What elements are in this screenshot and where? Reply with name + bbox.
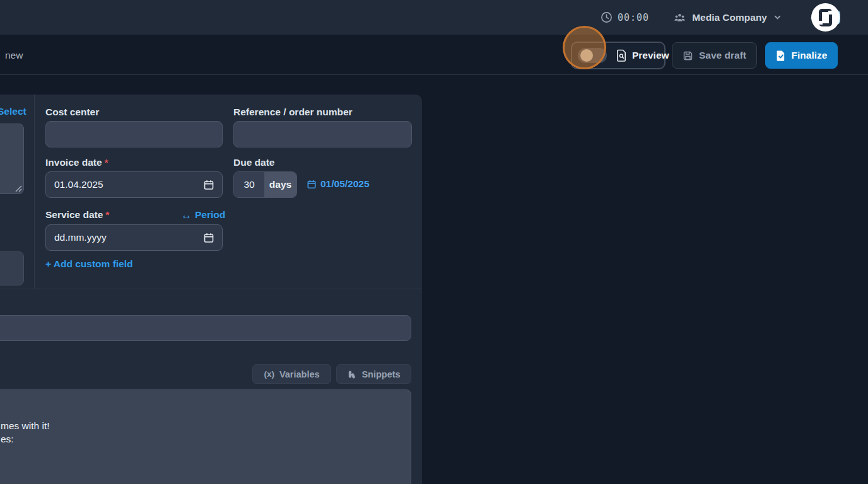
save-draft-button[interactable]: Save draft: [672, 42, 757, 69]
preview-toggle[interactable]: [578, 48, 607, 63]
horizontal-divider: [0, 289, 422, 289]
add-custom-field-link[interactable]: + Add custom field: [45, 258, 133, 270]
snippets-label: Snippets: [361, 369, 400, 379]
period-label: Period: [195, 209, 225, 221]
due-date-label: Due date: [233, 157, 274, 168]
session-timer: 00:00: [601, 11, 649, 23]
preview-label: Preview: [632, 50, 669, 61]
period-link[interactable]: ↔ Period: [181, 209, 225, 221]
vertical-divider: [34, 95, 35, 289]
finalize-document-check-icon: [776, 50, 786, 62]
due-days-unit: days: [264, 172, 296, 197]
calendar-icon[interactable]: [204, 180, 214, 190]
company-logo-icon: [819, 9, 832, 26]
service-date-placeholder: dd.mm.yyyy: [54, 232, 107, 243]
finalize-label: Finalize: [792, 50, 828, 61]
finalize-button[interactable]: Finalize: [765, 42, 838, 69]
clock-icon: [601, 11, 613, 23]
required-marker: *: [105, 157, 108, 168]
variables-label: Variables: [279, 369, 320, 379]
company-name: Media Company: [692, 12, 767, 23]
select-link[interactable]: Select: [0, 106, 26, 117]
chevron-down-icon: [773, 13, 782, 22]
invoice-date-value: 01.04.2025: [54, 179, 103, 190]
reference-input[interactable]: [233, 121, 412, 147]
breadcrumb: new: [5, 50, 23, 61]
due-date-link[interactable]: 01/05/2025: [307, 178, 370, 190]
service-date-input[interactable]: dd.mm.yyyy: [45, 224, 223, 251]
required-marker: *: [105, 209, 109, 220]
save-icon: [683, 50, 693, 61]
left-cropped-field[interactable]: [0, 251, 24, 285]
reference-label: Reference / order number: [233, 107, 353, 118]
company-switcher[interactable]: Media Company: [673, 12, 782, 23]
calendar-icon[interactable]: [204, 233, 214, 243]
cost-center-input[interactable]: [45, 121, 223, 147]
service-date-label: Service date*: [45, 209, 109, 221]
cost-center-label: Cost center: [45, 107, 99, 118]
due-days-control[interactable]: 30 days: [233, 171, 297, 198]
address-textarea[interactable]: [0, 124, 24, 194]
document-preview-icon: [616, 49, 627, 62]
snippets-button[interactable]: Snippets: [336, 364, 411, 384]
due-days-input[interactable]: 30: [234, 172, 264, 197]
due-date-computed: 01/05/2025: [320, 178, 370, 190]
email-body-textarea[interactable]: mes with it! es:: [0, 389, 411, 484]
email-body-line: es:: [1, 434, 14, 445]
invoice-date-label: Invoice date*: [45, 157, 108, 168]
variables-button[interactable]: (x) Variables: [252, 364, 331, 384]
snippets-icon: [347, 369, 356, 379]
preview-button[interactable]: Preview: [571, 42, 666, 69]
resize-handle[interactable]: [15, 185, 22, 192]
timer-value: 00:00: [618, 12, 649, 23]
calendar-icon: [307, 180, 316, 189]
toggle-knob: [580, 49, 593, 62]
email-body-line: mes with it!: [1, 420, 50, 432]
period-arrow-icon: ↔: [181, 210, 192, 221]
variables-icon: (x): [264, 369, 274, 379]
email-subject-input[interactable]: [0, 315, 411, 341]
invoice-editor-page: 00:00 Media Company: [0, 0, 868, 484]
invoice-date-input[interactable]: 01.04.2025: [45, 171, 223, 198]
save-draft-label: Save draft: [699, 50, 746, 61]
avatar[interactable]: [811, 3, 840, 32]
top-bar: 00:00 Media Company: [0, 0, 868, 35]
team-icon: [673, 12, 686, 23]
